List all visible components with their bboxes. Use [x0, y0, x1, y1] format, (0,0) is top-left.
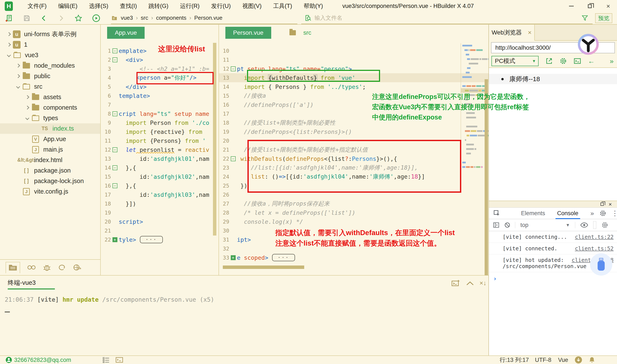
code-line-32[interactable]: 32 [219, 244, 488, 253]
tree-item-package.json[interactable]: [ ]package.json [0, 165, 100, 176]
menu-查找(I)[interactable]: 查找(I) [114, 0, 142, 12]
debug-panel-icon[interactable] [43, 264, 51, 271]
tree-item-uni-forms 表单示例[interactable]: uuni-forms 表单示例 [0, 29, 100, 39]
code-line-19[interactable]: 19 [101, 208, 218, 217]
cursor-position[interactable]: 行:13 列:17 [500, 356, 529, 364]
devtools-restore-icon[interactable] [601, 203, 604, 206]
fold-icon[interactable]: − [112, 57, 117, 62]
tab-app-vue[interactable]: App.vue [107, 27, 145, 39]
account-icon[interactable] [5, 356, 13, 364]
tree-item-index.ts[interactable]: TSindex.ts [0, 123, 100, 134]
tab-web-browser[interactable]: Web浏览器 × [489, 25, 535, 41]
code-line-22[interactable]: 22+tyle>··· [101, 235, 218, 244]
code-line-33[interactable]: 33+e scoped>··· [219, 253, 488, 262]
clear-console-icon[interactable] [505, 222, 510, 228]
status-terminal-icon[interactable] [116, 356, 123, 364]
kebab-menu-icon[interactable]: ⋮ [611, 209, 617, 217]
console-icon[interactable] [574, 57, 581, 65]
code-line-12[interactable]: 12− let personlist = reactiv [101, 145, 218, 154]
code-line-21[interactable]: 21 [101, 226, 218, 235]
fold-icon[interactable]: − [112, 48, 117, 53]
files-panel-icon[interactable] [6, 262, 20, 273]
devtools-settings-icon[interactable] [599, 210, 606, 217]
chevron-closed-icon[interactable] [7, 43, 11, 46]
code-line-30[interactable]: 30 [219, 226, 488, 235]
code-line-21[interactable]: 21 //接受list+限制类型+限制必要性+指定默认值 [219, 145, 488, 154]
code-line-31[interactable]: 31ipt> [219, 235, 488, 244]
breadcrumb-item[interactable]: src [139, 14, 149, 21]
chevron-open-icon[interactable] [16, 85, 20, 89]
minimap[interactable] [461, 43, 485, 169]
code-line-13[interactable]: 13 import {withDefaults} from 'vue' [219, 73, 488, 82]
code-area-app[interactable]: 1−emplate>2− <div>3 <!-- <h2 a="1+1" :b=… [101, 41, 218, 275]
sidebar-toggle-icon[interactable] [493, 221, 500, 228]
fold-icon[interactable]: − [112, 111, 117, 116]
code-line-24[interactable]: 24 list: ()=>[{id:'asdfghjkl04',name:'康师… [219, 172, 488, 181]
code-line-18[interactable]: 18 //接受list+限制类型+限制必要性 [219, 118, 488, 127]
code-line-9[interactable]: 9 import Person from './co [101, 118, 218, 127]
encoding-indicator[interactable]: UTF-8 [535, 356, 551, 364]
filter-funnel-icon[interactable] [581, 14, 588, 21]
settings-gear-icon[interactable] [560, 57, 567, 65]
usb-drive-icon[interactable] [590, 253, 612, 275]
fold-icon[interactable]: − [231, 66, 236, 71]
fold-icon[interactable]: − [112, 147, 117, 152]
code-line-7[interactable]: 7 [101, 100, 218, 109]
menu-编辑(E)[interactable]: 编辑(E) [52, 0, 83, 12]
menu-发行(U)[interactable]: 发行(U) [205, 0, 236, 12]
run-icon[interactable] [92, 14, 100, 22]
file-search-input[interactable]: 输入文件名 [301, 12, 592, 24]
forward-icon[interactable] [57, 14, 65, 22]
code-line-18[interactable]: 18 }]) [101, 199, 218, 208]
context-select[interactable]: top [520, 222, 528, 228]
more-chevron-icon[interactable]: » [610, 58, 614, 65]
back-arrow-icon[interactable]: ← [588, 58, 595, 65]
code-line-3[interactable]: 3 <!-- <h2 a="1+1" :b= [101, 64, 218, 73]
back-icon[interactable] [40, 14, 48, 22]
code-line-10[interactable]: 10 [219, 46, 488, 55]
code-line-15[interactable]: 15 //接收a [219, 91, 488, 100]
menu-帮助(Y)[interactable]: 帮助(Y) [298, 0, 329, 12]
menu-跳转(G)[interactable]: 跳转(G) [143, 0, 174, 12]
breadcrumb-item[interactable]: Person.vue [193, 14, 224, 21]
tab-elements[interactable]: Elements [521, 208, 545, 219]
tree-item-src[interactable]: src [0, 81, 100, 92]
code-line-20[interactable]: 20script> [101, 217, 218, 226]
notification-bell-icon[interactable] [588, 356, 596, 364]
language-mode[interactable]: Vue [558, 356, 568, 364]
tree-item-assets[interactable]: assets [0, 92, 100, 102]
tree-item-components[interactable]: components [0, 102, 100, 113]
code-line-19[interactable]: 19 //defineProps<{list:Persons}>() [219, 127, 488, 136]
scrollbar-vertical[interactable] [485, 79, 488, 275]
mode-select[interactable]: PC模式▾ [491, 56, 539, 66]
search-panel-icon[interactable] [27, 264, 36, 271]
scrollbar-horizontal[interactable] [223, 265, 304, 269]
menu-文件(F)[interactable]: 文件(F) [22, 0, 52, 12]
code-line-23[interactable]: 23 //list:[{id:'asdfghjkl04',name:'康师傅',… [219, 163, 488, 172]
outline-list-icon[interactable] [102, 356, 110, 364]
chevron-closed-icon[interactable] [7, 32, 11, 36]
code-line-16[interactable]: 16− },{ [101, 181, 218, 190]
web-panel-icon[interactable] [73, 264, 81, 271]
code-line-16[interactable]: 16 //defineProps(['a']) [219, 100, 488, 109]
tree-item-node_modules[interactable]: node_modules [0, 60, 100, 71]
console-settings-icon[interactable] [601, 221, 608, 228]
code-line-1[interactable]: 1−emplate> [101, 46, 218, 55]
code-line-14[interactable]: 14 import { Persons } from '../types'; [219, 82, 488, 91]
tree-item-public[interactable]: public [0, 71, 100, 81]
terminal-tab[interactable]: 终端-vue3 [8, 279, 36, 287]
collapsed-code-pill[interactable]: ··· [140, 236, 163, 243]
breadcrumb-item[interactable]: components [155, 14, 188, 21]
code-line-17[interactable]: 17 id:'asdfghjkl03',nam [101, 190, 218, 199]
tree-item-1[interactable]: u1 [0, 39, 100, 50]
tab-console[interactable]: Console [557, 208, 578, 219]
chevron-closed-icon[interactable] [16, 74, 20, 78]
inspect-element-icon[interactable] [493, 210, 500, 217]
code-line-4[interactable]: 4 <person a="你好"/> [101, 73, 218, 82]
chevron-open-icon[interactable] [7, 53, 11, 57]
code-line-27[interactable]: 27 //接收a，同时将props保存起来 [219, 199, 488, 208]
restore-icon[interactable] [587, 3, 593, 9]
chevron-closed-icon[interactable] [25, 95, 29, 99]
tree-item-index.html[interactable]: &lt;&gt;index.html [0, 155, 100, 165]
fold-icon[interactable]: + [112, 237, 117, 242]
